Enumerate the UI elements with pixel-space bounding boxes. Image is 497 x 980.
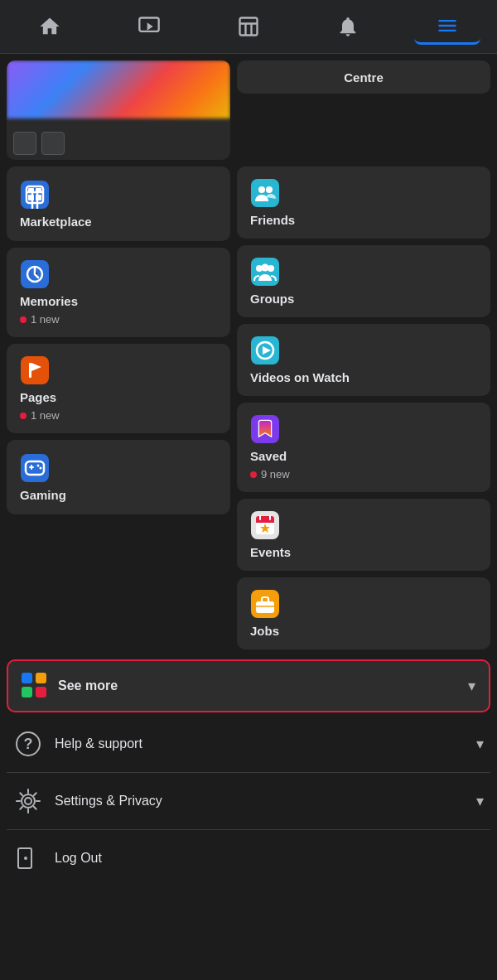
svg-rect-33 xyxy=(256,521,274,523)
partial-top-card[interactable]: Centre xyxy=(237,60,490,94)
svg-rect-19 xyxy=(251,179,279,207)
svg-point-21 xyxy=(266,186,273,193)
menu-item-groups[interactable]: Groups xyxy=(237,245,490,317)
marketplace-icon xyxy=(20,180,50,210)
see-more-icons-grid xyxy=(22,673,48,699)
menu-item-pages[interactable]: Pages 1 new xyxy=(7,344,230,433)
svg-rect-38 xyxy=(256,601,274,613)
memories-badge: 1 new xyxy=(20,313,217,326)
logout-icon xyxy=(13,843,43,873)
nav-marketplace[interactable] xyxy=(215,8,282,45)
svg-point-17 xyxy=(37,464,40,466)
pages-icon xyxy=(20,355,50,385)
saved-icon xyxy=(250,414,280,444)
events-label: Events xyxy=(250,545,477,559)
videos-on-watch-label: Videos on Watch xyxy=(250,370,477,384)
settings-icon xyxy=(13,786,43,816)
avatar-small-1 xyxy=(13,132,36,155)
saved-badge: 9 new xyxy=(250,468,477,480)
svg-point-18 xyxy=(40,466,42,469)
svg-text:?: ? xyxy=(24,736,33,752)
groups-label: Groups xyxy=(250,292,477,306)
right-column: Friends Groups xyxy=(237,167,490,649)
svg-point-43 xyxy=(22,794,35,808)
svg-rect-2 xyxy=(240,18,258,36)
svg-rect-5 xyxy=(28,188,34,192)
marketplace-label: Marketplace xyxy=(20,215,217,229)
friends-label: Friends xyxy=(250,213,477,227)
groups-icon xyxy=(250,257,280,287)
memories-icon xyxy=(20,259,50,289)
svg-point-25 xyxy=(262,264,269,272)
profile-avatars xyxy=(13,132,65,155)
avatar-small-2 xyxy=(41,132,65,155)
bottom-section: ? Help & support ▾ Settings & Privacy ▾ … xyxy=(7,716,490,886)
pages-badge-text: 1 new xyxy=(31,409,60,422)
svg-rect-8 xyxy=(36,195,41,200)
svg-rect-3 xyxy=(21,181,49,209)
saved-badge-text: 9 new xyxy=(261,468,290,480)
bottom-item-settings-privacy[interactable]: Settings & Privacy ▾ xyxy=(7,773,490,830)
settings-privacy-chevron: ▾ xyxy=(476,792,484,810)
memories-badge-dot xyxy=(20,316,27,323)
videos-icon xyxy=(250,336,280,365)
pages-badge: 1 new xyxy=(20,409,217,422)
saved-label: Saved xyxy=(250,449,477,463)
svg-rect-12 xyxy=(29,363,31,378)
menu-item-memories[interactable]: Memories 1 new xyxy=(7,248,230,337)
friends-icon xyxy=(250,178,280,208)
saved-badge-dot xyxy=(250,471,257,478)
help-icon: ? xyxy=(13,729,43,759)
see-more-dot-blue xyxy=(22,673,32,683)
svg-rect-22 xyxy=(251,258,279,286)
partial-top-label: Centre xyxy=(344,70,384,84)
nav-watch[interactable] xyxy=(116,8,182,45)
memories-badge-text: 1 new xyxy=(31,313,60,326)
menu-item-marketplace[interactable]: Marketplace xyxy=(7,167,230,241)
gaming-label: Gaming xyxy=(20,488,217,502)
svg-rect-6 xyxy=(36,188,41,192)
gaming-icon xyxy=(20,453,50,483)
see-more-dot-yellow xyxy=(36,673,46,683)
settings-privacy-label: Settings & Privacy xyxy=(55,794,465,809)
svg-rect-11 xyxy=(21,356,49,384)
nav-menu[interactable] xyxy=(414,8,480,45)
memories-label: Memories xyxy=(20,294,217,308)
svg-point-20 xyxy=(258,186,265,193)
main-content: Marketplace Memories 1 new xyxy=(0,160,497,656)
pages-label: Pages xyxy=(20,390,217,404)
pages-badge-dot xyxy=(20,413,27,419)
top-navigation xyxy=(0,0,497,54)
nav-home[interactable] xyxy=(17,8,83,45)
help-support-chevron: ▾ xyxy=(476,735,484,753)
menu-item-gaming[interactable]: Gaming xyxy=(7,440,230,514)
logout-label: Log Out xyxy=(55,851,484,866)
see-more-label: See more xyxy=(58,678,458,693)
svg-rect-7 xyxy=(28,195,34,200)
bottom-item-logout[interactable]: Log Out xyxy=(7,830,490,886)
svg-point-42 xyxy=(25,798,31,804)
help-support-label: Help & support xyxy=(55,736,465,751)
profile-card[interactable] xyxy=(7,60,230,160)
see-more-chevron-icon: ▾ xyxy=(468,677,475,695)
jobs-icon xyxy=(250,589,280,619)
menu-item-friends[interactable]: Friends xyxy=(237,167,490,239)
svg-rect-16 xyxy=(31,465,32,470)
menu-item-saved[interactable]: Saved 9 new xyxy=(237,403,490,492)
svg-point-45 xyxy=(24,857,27,860)
bottom-item-help-support[interactable]: ? Help & support ▾ xyxy=(7,716,490,773)
see-more-bar[interactable]: See more ▾ xyxy=(7,659,490,712)
see-more-dot-red xyxy=(36,687,46,698)
menu-item-videos-on-watch[interactable]: Videos on Watch xyxy=(237,324,490,396)
menu-item-jobs[interactable]: Jobs xyxy=(237,577,490,649)
menu-item-events[interactable]: Events xyxy=(237,499,490,571)
nav-notifications[interactable] xyxy=(315,8,381,45)
jobs-label: Jobs xyxy=(250,624,477,638)
profile-banner xyxy=(7,60,230,118)
see-more-dot-green xyxy=(22,687,32,698)
svg-marker-1 xyxy=(147,22,153,30)
left-column: Marketplace Memories 1 new xyxy=(7,167,230,649)
events-icon xyxy=(250,510,280,540)
